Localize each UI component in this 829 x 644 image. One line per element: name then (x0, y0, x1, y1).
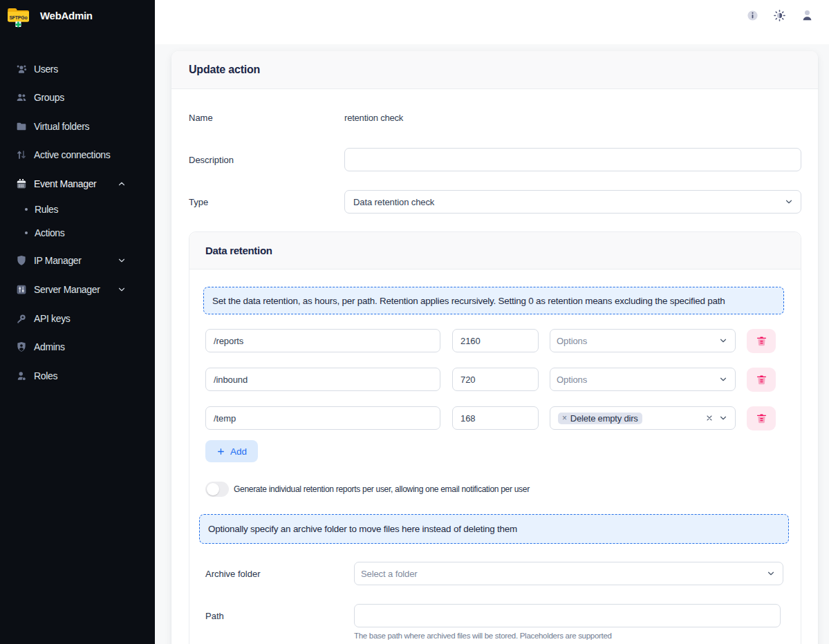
svg-text:SFTPGo: SFTPGo (9, 15, 27, 20)
